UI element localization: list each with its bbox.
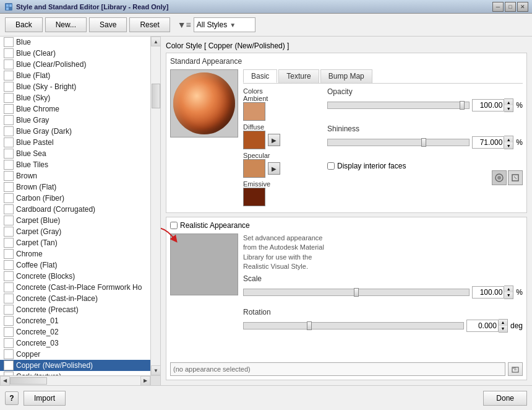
tab-texture[interactable]: Texture: [278, 69, 319, 83]
scale-input[interactable]: [472, 286, 504, 299]
list-item[interactable]: Carpet (Gray): [0, 226, 160, 237]
list-item[interactable]: Blue (Sky - Bright): [0, 81, 160, 92]
horizontal-scrollbar[interactable]: ◀ ▶: [0, 375, 150, 385]
ambient-color-swatch[interactable]: [243, 102, 265, 121]
browse-icon: [511, 365, 520, 373]
maximize-button[interactable]: □: [505, 2, 516, 12]
reset-button[interactable]: Reset: [129, 17, 169, 32]
diffuse-color-swatch[interactable]: [243, 131, 265, 149]
list-item[interactable]: Concrete_03: [0, 338, 160, 349]
shininess-decrement-button[interactable]: ▼: [504, 142, 513, 149]
opacity-decrement-button[interactable]: ▼: [504, 105, 513, 111]
rotation-input[interactable]: [466, 320, 499, 332]
scroll-track[interactable]: [151, 46, 160, 365]
display-interior-faces-checkbox[interactable]: [327, 162, 335, 170]
list-item[interactable]: Blue (Clear/Polished): [0, 59, 160, 70]
help-button[interactable]: ?: [5, 391, 19, 405]
list-item[interactable]: Carpet (Tan): [0, 237, 160, 248]
shininess-thumb[interactable]: [421, 138, 426, 147]
import-button[interactable]: Import: [24, 391, 66, 406]
scroll-right-button[interactable]: ▶: [140, 376, 150, 386]
scale-thumb[interactable]: [354, 288, 359, 297]
back-button[interactable]: Back: [5, 17, 43, 32]
scroll-thumb[interactable]: [152, 84, 160, 108]
list-item[interactable]: Copper (New/Polished): [0, 360, 160, 371]
list-item[interactable]: Carbon (Fiber): [0, 193, 160, 204]
shininess-slider[interactable]: [327, 139, 470, 146]
scale-slider[interactable]: [243, 289, 470, 296]
rotation-decrement-button[interactable]: ▼: [499, 326, 507, 332]
no-appearance-input[interactable]: [170, 362, 505, 376]
opacity-thumb[interactable]: [460, 101, 465, 110]
rotation-thumb[interactable]: [307, 321, 312, 330]
diffuse-label: Diffuse: [243, 123, 317, 131]
list-item[interactable]: Cardboard (Corrugated): [0, 204, 160, 215]
rotation-increment-button[interactable]: ▲: [499, 320, 507, 326]
vertical-scrollbar[interactable]: ▲ ▼: [150, 37, 160, 375]
opacity-increment-button[interactable]: ▲: [504, 99, 513, 105]
specular-swatch-row: ▶: [243, 159, 317, 178]
list-item[interactable]: Blue (Clear): [0, 48, 160, 59]
list-item[interactable]: Coffee (Flat): [0, 260, 160, 271]
scale-spinner: ▲ ▼: [472, 286, 513, 299]
style-list[interactable]: BlueBlue (Clear)Blue (Clear/Polished)Blu…: [0, 37, 160, 385]
realistic-appearance-checkbox[interactable]: [170, 222, 178, 229]
opacity-slider[interactable]: [327, 102, 470, 109]
list-item[interactable]: Blue Chrome: [0, 103, 160, 115]
shininess-input[interactable]: [472, 136, 504, 149]
minimize-button[interactable]: ─: [492, 2, 504, 12]
list-item[interactable]: Blue (Sky): [0, 92, 160, 103]
opacity-input[interactable]: [472, 99, 504, 111]
rotation-spinner-buttons: ▲ ▼: [499, 319, 508, 333]
scroll-up-button[interactable]: ▲: [151, 37, 161, 46]
list-item[interactable]: Concrete (Blocks): [0, 271, 160, 282]
shininess-increment-button[interactable]: ▲: [504, 136, 513, 142]
scroll-left-button[interactable]: ◀: [0, 376, 10, 386]
list-item[interactable]: Copper: [0, 349, 160, 360]
title-bar: Style and Standard Editor [Library - Rea…: [0, 0, 532, 14]
list-item[interactable]: Concrete (Precast): [0, 304, 160, 315]
colors-section: Colors Ambient Diffuse: [243, 87, 317, 209]
new-button[interactable]: New...: [45, 17, 87, 32]
list-item[interactable]: Concrete_01: [0, 315, 160, 326]
list-item[interactable]: Concrete (Cast-in-Place Formwork Ho: [0, 282, 160, 293]
close-button[interactable]: ✕: [517, 2, 528, 12]
scale-increment-button[interactable]: ▲: [504, 286, 513, 292]
style-filter-dropdown[interactable]: All Styles ▼: [194, 17, 255, 32]
browse-button[interactable]: [508, 362, 523, 376]
specular-color-swatch[interactable]: [243, 159, 265, 178]
list-item[interactable]: Blue: [0, 37, 160, 48]
save-button[interactable]: Save: [89, 17, 127, 32]
opacity-unit: %: [516, 101, 523, 110]
done-button[interactable]: Done: [483, 391, 527, 406]
list-item[interactable]: Concrete (Cast-in-Place): [0, 293, 160, 304]
list-item[interactable]: Blue Gray (Dark): [0, 126, 160, 137]
tab-bump-map[interactable]: Bump Map: [320, 69, 372, 83]
emissive-color-swatch[interactable]: [243, 188, 265, 206]
scroll-h-track[interactable]: [10, 377, 140, 385]
rotation-row: Rotation ▲ ▼: [243, 308, 523, 333]
scale-decrement-button[interactable]: ▼: [504, 292, 513, 299]
edit-icon-button[interactable]: [508, 170, 523, 185]
list-item[interactable]: Blue Gray: [0, 115, 160, 126]
diffuse-arrow-button[interactable]: ▶: [268, 134, 280, 146]
list-item[interactable]: Chrome: [0, 248, 160, 260]
list-item[interactable]: Blue Tiles: [0, 159, 160, 170]
list-item[interactable]: Concrete_02: [0, 326, 160, 338]
list-item[interactable]: Brown (Flat): [0, 181, 160, 193]
list-item[interactable]: Carpet (Blue): [0, 215, 160, 226]
rotation-slider[interactable]: [243, 322, 464, 329]
emissive-label: Emissive: [243, 180, 317, 188]
specular-arrow-button[interactable]: ▶: [268, 162, 280, 175]
material-icon-button[interactable]: [492, 170, 507, 185]
list-item[interactable]: Brown: [0, 170, 160, 181]
scroll-h-thumb[interactable]: [10, 377, 47, 385]
shininess-slider-row: ▲ ▼ %: [327, 136, 523, 149]
tab-basic[interactable]: Basic: [243, 69, 277, 83]
list-item[interactable]: Blue Pastel: [0, 137, 160, 148]
window-title: Style and Standard Editor [Library - Rea…: [16, 3, 168, 11]
list-item[interactable]: Blue (Flat): [0, 70, 160, 81]
scroll-down-button[interactable]: ▼: [151, 365, 161, 375]
list-item[interactable]: Blue Sea: [0, 148, 160, 159]
specular-label: Specular: [243, 152, 317, 159]
